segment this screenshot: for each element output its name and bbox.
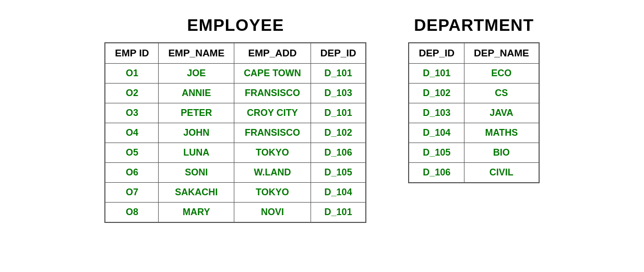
employee-cell-emp_add: CROY CITY xyxy=(234,103,311,123)
employee-col-empadd: EMP_ADD xyxy=(234,43,311,64)
table-row: O1JOECAPE TOWND_101 xyxy=(105,64,366,84)
department-section: DEPARTMENT DEP_ID DEP_NAME D_101ECOD_102… xyxy=(408,16,539,183)
employee-cell-dep_id: D_106 xyxy=(311,143,366,163)
employee-header-row: EMP ID EMP_NAME EMP_ADD DEP_ID xyxy=(105,43,366,64)
employee-cell-dep_id: D_101 xyxy=(311,64,366,84)
table-row: D_106CIVIL xyxy=(409,163,539,183)
table-row: O5LUNATOKYOD_106 xyxy=(105,143,366,163)
employee-cell-dep_id: D_101 xyxy=(311,103,366,123)
table-row: O2ANNIEFRANSISCOD_103 xyxy=(105,84,366,103)
table-row: D_105BIO xyxy=(409,143,539,163)
department-cell-dep_id: D_102 xyxy=(409,84,464,103)
department-cell-dep_id: D_106 xyxy=(409,163,464,183)
employee-cell-emp_id: O5 xyxy=(105,143,159,163)
employee-cell-emp_id: O8 xyxy=(105,203,159,223)
employee-cell-emp_id: O4 xyxy=(105,123,159,143)
table-row: D_103JAVA xyxy=(409,103,539,123)
employee-cell-emp_id: O7 xyxy=(105,183,159,203)
department-col-depid: DEP_ID xyxy=(409,43,464,64)
department-cell-dep_name: BIO xyxy=(464,143,539,163)
table-row: D_104MATHS xyxy=(409,123,539,143)
employee-cell-dep_id: D_101 xyxy=(311,203,366,223)
department-col-depname: DEP_NAME xyxy=(464,43,539,64)
department-cell-dep_name: CS xyxy=(464,84,539,103)
page-container: EMPLOYEE EMP ID EMP_NAME EMP_ADD DEP_ID … xyxy=(104,10,539,223)
employee-table: EMP ID EMP_NAME EMP_ADD DEP_ID O1JOECAPE… xyxy=(104,42,366,223)
table-row: O4JOHNFRANSISCOD_102 xyxy=(105,123,366,143)
employee-section: EMPLOYEE EMP ID EMP_NAME EMP_ADD DEP_ID … xyxy=(104,16,366,223)
employee-cell-emp_add: TOKYO xyxy=(234,143,311,163)
employee-cell-dep_id: D_102 xyxy=(311,123,366,143)
department-cell-dep_name: CIVIL xyxy=(464,163,539,183)
employee-cell-emp_add: FRANSISCO xyxy=(234,123,311,143)
employee-cell-emp_add: CAPE TOWN xyxy=(234,64,311,84)
employee-cell-emp_name: PETER xyxy=(159,103,234,123)
employee-col-depid: DEP_ID xyxy=(311,43,366,64)
table-row: O3PETERCROY CITYD_101 xyxy=(105,103,366,123)
employee-cell-emp_add: NOVI xyxy=(234,203,311,223)
employee-cell-dep_id: D_104 xyxy=(311,183,366,203)
employee-cell-emp_id: O1 xyxy=(105,64,159,84)
department-cell-dep_name: ECO xyxy=(464,64,539,84)
table-row: O7SAKACHITOKYOD_104 xyxy=(105,183,366,203)
employee-cell-emp_name: LUNA xyxy=(159,143,234,163)
department-cell-dep_name: JAVA xyxy=(464,103,539,123)
department-cell-dep_id: D_104 xyxy=(409,123,464,143)
table-row: D_101ECO xyxy=(409,64,539,84)
department-cell-dep_id: D_105 xyxy=(409,143,464,163)
department-title: DEPARTMENT xyxy=(414,16,534,35)
employee-cell-emp_name: JOE xyxy=(159,64,234,84)
employee-title: EMPLOYEE xyxy=(187,16,284,35)
department-cell-dep_name: MATHS xyxy=(464,123,539,143)
department-header-row: DEP_ID DEP_NAME xyxy=(409,43,539,64)
employee-cell-emp_add: TOKYO xyxy=(234,183,311,203)
department-cell-dep_id: D_101 xyxy=(409,64,464,84)
employee-cell-emp_id: O6 xyxy=(105,163,159,183)
table-row: O6SONIW.LANDD_105 xyxy=(105,163,366,183)
employee-cell-emp_name: JOHN xyxy=(159,123,234,143)
employee-cell-emp_name: MARY xyxy=(159,203,234,223)
employee-cell-emp_add: W.LAND xyxy=(234,163,311,183)
employee-cell-emp_id: O3 xyxy=(105,103,159,123)
table-row: D_102CS xyxy=(409,84,539,103)
department-cell-dep_id: D_103 xyxy=(409,103,464,123)
employee-cell-dep_id: D_103 xyxy=(311,84,366,103)
employee-col-empid: EMP ID xyxy=(105,43,159,64)
employee-cell-emp_add: FRANSISCO xyxy=(234,84,311,103)
department-table: DEP_ID DEP_NAME D_101ECOD_102CSD_103JAVA… xyxy=(408,42,539,183)
employee-cell-emp_name: ANNIE xyxy=(159,84,234,103)
employee-cell-emp_name: SONI xyxy=(159,163,234,183)
employee-cell-emp_name: SAKACHI xyxy=(159,183,234,203)
table-row: O8MARYNOVID_101 xyxy=(105,203,366,223)
employee-col-empname: EMP_NAME xyxy=(159,43,234,64)
employee-cell-emp_id: O2 xyxy=(105,84,159,103)
employee-cell-dep_id: D_105 xyxy=(311,163,366,183)
